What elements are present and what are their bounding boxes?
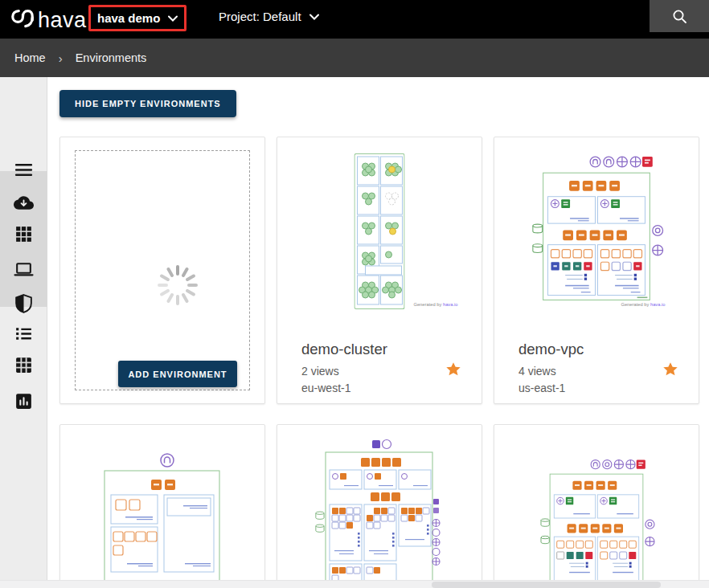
environment-card[interactable] [277, 424, 482, 588]
hava-logo[interactable]: hava [10, 6, 87, 34]
table-grid-icon[interactable] [14, 355, 34, 375]
sidebar [0, 77, 47, 588]
main-content: HIDE EMPTY ENVIRONMENTS [47, 77, 709, 588]
cluster-diagram-thumbnail: Generated by hava.io [277, 137, 482, 318]
hava-dashboard: hava hava demo Project: Default Home › E… [0, 0, 709, 588]
bar-chart-icon[interactable] [14, 391, 34, 411]
shield-icon[interactable] [14, 293, 34, 313]
laptop-icon[interactable] [14, 259, 34, 280]
top-bar: hava hava demo Project: Default [0, 0, 709, 39]
project-dropdown[interactable]: Project: Default [219, 10, 319, 23]
horizontal-scrollbar [0, 580, 709, 588]
generated-by-label: Generated by hava.io [413, 302, 457, 307]
add-environment-dropzone[interactable]: ADD ENVIRONMENT [75, 150, 250, 390]
search-button[interactable] [650, 0, 709, 32]
diagram-thumbnail [277, 425, 482, 588]
environment-dropdown-value: hava demo [97, 11, 160, 25]
diagram-thumbnail [60, 425, 264, 588]
favorite-star-icon[interactable] [662, 361, 679, 378]
hide-empty-environments-button[interactable]: HIDE EMPTY ENVIRONMENTS [59, 90, 236, 117]
loading-spinner-icon [155, 263, 200, 308]
hava-logo-icon [10, 6, 35, 34]
breadcrumb: Home › Environments [0, 39, 709, 77]
environment-card-demo-cluster[interactable]: Generated by hava.io demo-cluster 2 view… [277, 137, 482, 404]
search-icon [672, 9, 687, 24]
environment-views: 4 views [518, 365, 556, 378]
environment-region: eu-west-1 [301, 382, 350, 394]
environment-views: 2 views [301, 365, 339, 378]
logo-text: hava [38, 8, 87, 33]
breadcrumb-separator-icon: › [59, 51, 63, 65]
vpc-diagram-thumbnail: Generated by hava.io [494, 137, 699, 318]
environment-card[interactable] [59, 424, 265, 588]
chevron-down-icon [168, 15, 178, 22]
project-dropdown-value: Project: Default [219, 10, 301, 23]
hava-io-link: hava.io [442, 302, 457, 307]
apps-grid-icon[interactable] [14, 224, 34, 244]
environment-title: demo-vpc [518, 341, 584, 358]
bulleted-list-icon[interactable] [14, 324, 34, 344]
environment-dropdown[interactable]: hava demo [88, 5, 186, 31]
diagram-thumbnail [494, 425, 699, 588]
hava-io-link: hava.io [650, 302, 665, 307]
environment-title: demo-cluster [301, 341, 387, 358]
breadcrumb-current: Environments [76, 51, 147, 64]
favorite-star-icon[interactable] [445, 361, 462, 378]
add-environment-card: ADD ENVIRONMENT [59, 137, 265, 404]
cloud-download-icon[interactable] [14, 193, 34, 213]
add-environment-button[interactable]: ADD ENVIRONMENT [118, 361, 237, 387]
breadcrumb-home[interactable]: Home [14, 51, 46, 64]
hamburger-menu-icon[interactable] [14, 160, 34, 180]
horizontal-scrollbar-thumb[interactable] [432, 582, 661, 588]
environment-card-demo-vpc[interactable]: Generated by hava.io demo-vpc 4 views us… [494, 137, 699, 404]
chevron-down-icon [309, 14, 319, 20]
generated-by-label: Generated by hava.io [621, 302, 665, 307]
environment-region: us-east-1 [518, 382, 565, 394]
environment-card[interactable] [494, 424, 699, 588]
